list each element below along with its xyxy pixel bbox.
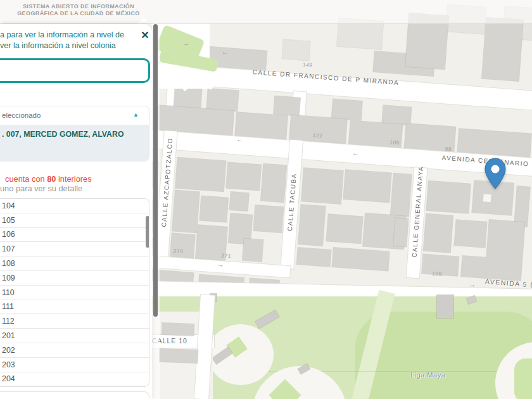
close-icon[interactable]: ✕ bbox=[139, 29, 151, 42]
list-item[interactable]: 201 bbox=[0, 329, 149, 343]
info-panel: a para ver la información a nivel de ver… bbox=[0, 24, 152, 399]
next-section-box bbox=[0, 391, 149, 399]
interiors-count-text: cuenta con 80 interiores bbox=[5, 174, 92, 184]
number-label: 149 bbox=[303, 61, 313, 68]
list-item[interactable]: 202 bbox=[0, 343, 149, 358]
accordion-header[interactable]: eleccionado ▲ bbox=[0, 106, 149, 125]
one-way-arrow-icon: → bbox=[182, 39, 189, 47]
interiors-count-suffix: interiores bbox=[56, 174, 91, 184]
logo-line2: GEOGRÁFICA DE LA CIUDAD DE MÉXICO bbox=[14, 10, 143, 17]
one-way-arrow-icon: → bbox=[469, 281, 476, 289]
map-pin[interactable] bbox=[483, 157, 508, 194]
list-item[interactable]: 112 bbox=[0, 314, 149, 329]
one-way-arrow-icon: ← bbox=[352, 149, 359, 157]
panel-scrollbar-thumb[interactable] bbox=[153, 24, 158, 317]
logo-line1: SISTEMA ABIERTO DE INFORMACIÓN bbox=[14, 3, 143, 10]
one-way-arrow-icon: → bbox=[217, 260, 224, 269]
panel-scrollbar-track[interactable] bbox=[152, 24, 160, 399]
interiors-hint-text: uno para ver su detalle bbox=[0, 184, 82, 193]
interiors-count-value: 80 bbox=[47, 174, 56, 184]
list-scrollbar-thumb[interactable] bbox=[146, 216, 149, 248]
place-label-liga-maya: Liga Maya bbox=[410, 371, 445, 379]
number-label: 98 bbox=[445, 146, 452, 153]
list-item[interactable]: 108 bbox=[0, 256, 149, 271]
interiors-count-prefix: cuenta con bbox=[5, 174, 47, 184]
number-label: 122 bbox=[312, 132, 322, 139]
list-item[interactable]: 203 bbox=[0, 358, 149, 372]
search-input[interactable] bbox=[0, 58, 150, 83]
selected-address[interactable]: . 007, MERCED GOMEZ, ALVARO bbox=[2, 130, 124, 139]
number-label: 271 bbox=[221, 252, 231, 259]
list-item[interactable]: 105 bbox=[0, 213, 149, 228]
chevron-up-icon[interactable]: ▲ bbox=[133, 111, 139, 118]
selected-parcel-accordion: eleccionado ▲ . 007, MERCED GOMEZ, ALVAR… bbox=[0, 106, 149, 162]
number-label: 270 bbox=[173, 248, 183, 255]
list-item[interactable]: 110 bbox=[0, 286, 149, 300]
list-item[interactable]: 107 bbox=[0, 242, 149, 256]
intro-line1: a para ver la información a nivel de bbox=[0, 30, 138, 41]
accordion-body: . 007, MERCED GOMEZ, ALVARO bbox=[0, 125, 149, 162]
number-label: 198 bbox=[432, 270, 442, 277]
one-way-arrow-icon: ← bbox=[236, 135, 244, 143]
app-window: CALLE DR FRANCISCO DE P MIRANDA AVENIDA … bbox=[0, 0, 532, 399]
accordion-label: eleccionado bbox=[2, 111, 41, 119]
list-item[interactable]: 204 bbox=[0, 372, 149, 387]
list-item[interactable]: 109 bbox=[0, 271, 149, 286]
number-label: 106 bbox=[390, 139, 400, 146]
interiors-list: 104 105 106 107 108 109 110 111 112 201 … bbox=[0, 198, 149, 387]
list-item[interactable]: 104 bbox=[0, 199, 149, 213]
list-item[interactable]: 106 bbox=[0, 228, 149, 243]
intro-line2: ver la información a nivel colonia bbox=[0, 41, 138, 51]
app-logo: SISTEMA ABIERTO DE INFORMACIÓN GEOGRÁFIC… bbox=[14, 3, 143, 17]
one-way-arrow-icon: ← bbox=[221, 48, 229, 56]
list-item[interactable]: 111 bbox=[0, 300, 149, 315]
intro-text: a para ver la información a nivel de ver… bbox=[0, 30, 138, 51]
